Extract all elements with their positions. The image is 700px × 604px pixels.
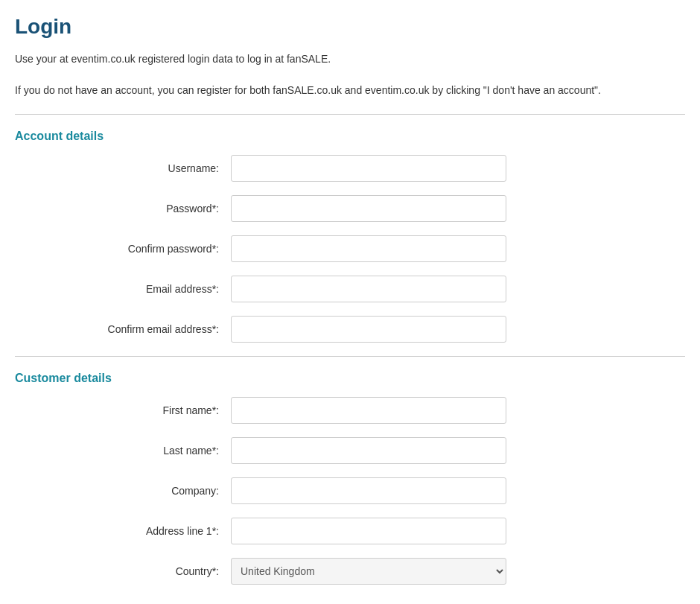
username-group: Username: (15, 155, 685, 182)
last-name-label: Last name*: (15, 445, 231, 457)
section-divider-2 (15, 356, 685, 357)
password-label: Password*: (15, 203, 231, 214)
last-name-group: Last name*: (15, 437, 685, 464)
account-details-title: Account details (15, 130, 685, 143)
account-details-section: Account details Username: Password*: Con… (15, 130, 685, 343)
section-divider-1 (15, 114, 685, 115)
first-name-group: First name*: (15, 397, 685, 424)
first-name-input[interactable] (231, 397, 506, 424)
confirm-email-group: Confirm email address*: (15, 316, 685, 343)
last-name-input[interactable] (231, 437, 506, 464)
page-title: Login (15, 15, 685, 39)
email-label: Email address*: (15, 283, 231, 295)
customer-details-section: Customer details First name*: Last name*… (15, 372, 685, 585)
customer-details-title: Customer details (15, 372, 685, 385)
password-input[interactable] (231, 195, 506, 222)
confirm-password-label: Confirm password*: (15, 243, 231, 255)
confirm-password-input[interactable] (231, 235, 506, 262)
username-label: Username: (15, 162, 231, 174)
address-line-1-group: Address line 1*: (15, 518, 685, 544)
first-name-label: First name*: (15, 404, 231, 416)
address-line-1-label: Address line 1*: (15, 525, 231, 537)
company-input[interactable] (231, 477, 506, 504)
confirm-email-input[interactable] (231, 316, 506, 343)
address-line-1-input[interactable] (231, 518, 506, 544)
country-label: Country*: (15, 565, 231, 577)
intro-line-1: Use your at eventim.co.uk registered log… (15, 51, 685, 67)
confirm-email-label: Confirm email address*: (15, 323, 231, 335)
country-group: Country*: United Kingdom (15, 558, 685, 585)
username-input[interactable] (231, 155, 506, 182)
email-group: Email address*: (15, 276, 685, 302)
password-group: Password*: (15, 195, 685, 222)
company-group: Company: (15, 477, 685, 504)
company-label: Company: (15, 485, 231, 497)
email-input[interactable] (231, 276, 506, 302)
country-select[interactable]: United Kingdom (231, 558, 506, 585)
confirm-password-group: Confirm password*: (15, 235, 685, 262)
intro-line-2: If you do not have an account, you can r… (15, 82, 685, 98)
